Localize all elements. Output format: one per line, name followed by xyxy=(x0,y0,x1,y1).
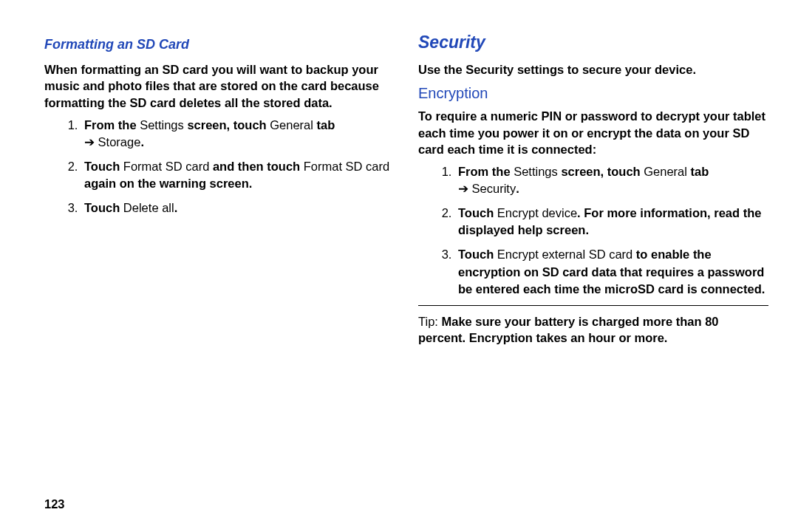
step-item: Touch Encrypt external SD card to enable… xyxy=(455,246,768,297)
document-page: Formatting an SD Card When formatting an… xyxy=(0,0,798,532)
right-column: Security Use the Security settings to se… xyxy=(418,30,768,510)
encryption-heading: Encryption xyxy=(418,85,768,102)
security-heading: Security xyxy=(418,33,768,52)
left-column: Formatting an SD Card When formatting an… xyxy=(44,30,395,510)
step-item: From the Settings screen, touch General … xyxy=(455,163,768,197)
step-item: Touch Delete all. xyxy=(81,200,395,216)
encryption-body: To require a numeric PIN or password to … xyxy=(418,108,768,157)
divider xyxy=(418,305,768,306)
formatting-steps: From the Settings screen, touch General … xyxy=(44,117,395,216)
step-item: Touch Encrypt device. For more informati… xyxy=(455,205,768,239)
battery-tip: Tip: Make sure your battery is charged m… xyxy=(418,313,768,347)
security-intro: Use the Security settings to secure your… xyxy=(418,61,768,78)
formatting-intro: When formatting an SD card you will want… xyxy=(44,61,395,111)
formatting-sd-card-heading: Formatting an SD Card xyxy=(44,37,395,52)
step-item: From the Settings screen, touch General … xyxy=(81,117,395,151)
page-number: 123 xyxy=(44,497,65,511)
encryption-steps: From the Settings screen, touch General … xyxy=(418,163,768,298)
step-item: Touch Format SD card and then touch Form… xyxy=(81,158,395,192)
